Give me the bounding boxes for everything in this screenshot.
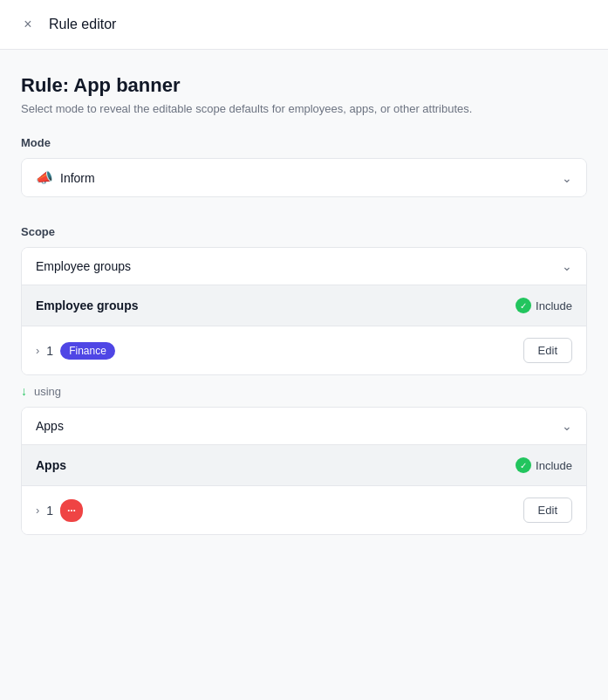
employee-groups-card: Employee groups ⌄ Employee groups ✓ Incl…: [21, 247, 587, 375]
chevron-down-icon: ⌄: [562, 171, 572, 185]
employee-groups-count: 1: [46, 344, 53, 358]
mode-section: Mode 📣 Inform ⌄: [21, 136, 587, 197]
mode-label: Mode: [21, 136, 587, 149]
apps-tag: [60, 499, 83, 522]
employee-groups-include-badge: ✓ Include: [516, 298, 572, 313]
apps-dropdown-label: Apps: [36, 419, 64, 433]
ellipsis-icon: [67, 504, 76, 517]
chevron-right-icon: ›: [36, 344, 39, 357]
apps-header: Apps ✓ Include: [22, 445, 586, 486]
using-row: ↓ using: [21, 375, 587, 407]
header-title: Rule editor: [49, 17, 116, 32]
employee-groups-items-left: › 1 Finance: [36, 342, 115, 360]
header: × Rule editor: [0, 0, 608, 50]
apps-include-badge: ✓ Include: [516, 457, 572, 473]
apps-count: 1: [46, 504, 53, 518]
scope-label: Scope: [21, 225, 587, 238]
employee-groups-dropdown-label: Employee groups: [36, 259, 131, 273]
finance-tag: Finance: [60, 342, 115, 360]
apps-items-left: › 1: [36, 499, 83, 522]
apps-card: Apps ⌄ Apps ✓ Include › 1: [21, 407, 587, 535]
include-check-icon: ✓: [516, 298, 531, 313]
include-label: Include: [536, 299, 572, 312]
apps-edit-button[interactable]: Edit: [523, 498, 572, 523]
scope-section: Scope Employee groups ⌄ Employee groups …: [21, 225, 587, 535]
arrow-down-icon: ↓: [21, 384, 27, 398]
mode-value: Inform: [60, 171, 95, 185]
employee-groups-dropdown[interactable]: Employee groups ⌄: [22, 248, 586, 285]
chevron-right-icon: ›: [36, 504, 39, 517]
chevron-down-icon: ⌄: [562, 419, 572, 433]
apps-include-label: Include: [536, 459, 572, 472]
mode-dropdown[interactable]: 📣 Inform ⌄: [22, 159, 586, 196]
rule-title: Rule: App banner: [21, 74, 587, 97]
chevron-down-icon: ⌄: [562, 259, 572, 273]
employee-groups-items-row: › 1 Finance Edit: [22, 326, 586, 374]
mode-card: 📣 Inform ⌄: [21, 158, 587, 197]
rule-description: Select mode to reveal the editable scope…: [21, 102, 587, 115]
employee-groups-name: Employee groups: [36, 299, 138, 312]
svg-point-0: [68, 509, 70, 511]
mode-dropdown-left: 📣 Inform: [36, 169, 95, 186]
apps-dropdown[interactable]: Apps ⌄: [22, 408, 586, 445]
main-content: Rule: App banner Select mode to reveal t…: [0, 50, 608, 700]
close-button[interactable]: ×: [17, 14, 38, 35]
svg-point-1: [71, 509, 72, 511]
apps-name: Apps: [36, 458, 66, 472]
apps-items-row: › 1 Edit: [22, 486, 586, 534]
using-label: using: [34, 385, 61, 398]
employee-groups-edit-button[interactable]: Edit: [523, 338, 572, 363]
employee-groups-header: Employee groups ✓ Include: [22, 285, 586, 326]
inform-icon: 📣: [36, 169, 53, 186]
apps-header-left: Apps: [36, 458, 66, 472]
svg-point-2: [73, 509, 75, 511]
include-check-icon: ✓: [516, 457, 531, 473]
employee-groups-header-left: Employee groups: [36, 299, 138, 312]
